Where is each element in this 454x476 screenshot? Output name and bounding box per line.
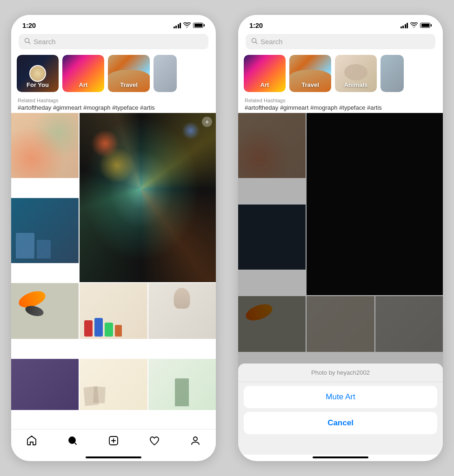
profile-nav-icon[interactable] xyxy=(189,434,202,447)
tab-for-you-label: For You xyxy=(17,81,59,88)
status-bar-left: 1:20 xyxy=(11,15,216,31)
phone-right-wrapper: 1:20 xyxy=(227,0,454,476)
category-tabs-left: For You Art Travel xyxy=(11,53,216,96)
search-bar-right[interactable]: Search xyxy=(246,34,435,49)
search-placeholder-right: Search xyxy=(260,38,283,46)
status-icons-left xyxy=(174,22,205,29)
grid-item-8[interactable] xyxy=(148,359,216,410)
battery-icon-right xyxy=(420,23,432,28)
modal-spacer xyxy=(238,447,443,455)
category-tabs-right: Art Travel Animals xyxy=(238,53,443,96)
tab-partial-left[interactable] xyxy=(154,55,177,92)
home-nav-icon[interactable] xyxy=(25,434,38,447)
tab-partial-right[interactable] xyxy=(381,55,404,92)
heart-nav-icon[interactable] xyxy=(148,434,161,447)
tab-animals-right[interactable]: Animals xyxy=(335,55,377,92)
tab-animals-label-right: Animals xyxy=(335,81,377,88)
search-bar-container-left: Search xyxy=(11,31,216,53)
hashtags-left: Related Hashtags #artoftheday #gimmeart … xyxy=(11,96,216,113)
wifi-icon-left xyxy=(183,22,191,29)
cancel-button[interactable]: Cancel xyxy=(244,412,437,434)
grid-item-6[interactable] xyxy=(11,359,79,410)
phone-left: 1:20 xyxy=(11,15,216,461)
home-indicator-left xyxy=(86,456,141,458)
photo-grid-right: Photo by heyach2002 Mute Art Cancel xyxy=(238,113,443,455)
status-bar-right: 1:20 xyxy=(238,15,443,31)
tab-travel-label-left: Travel xyxy=(108,81,150,88)
hashtags-label-left: Related Hashtags xyxy=(18,98,209,103)
wifi-icon-right xyxy=(410,22,418,29)
modal-sheet: Photo by heyach2002 Mute Art Cancel xyxy=(238,364,443,447)
tab-travel-left[interactable]: Travel xyxy=(108,55,150,92)
search-placeholder-left: Search xyxy=(33,38,56,46)
grid-item-4[interactable] xyxy=(80,283,147,339)
hashtags-right: Related Hashtags #artoftheday #gimmeart … xyxy=(238,96,443,113)
tab-art-left[interactable]: Art xyxy=(62,55,104,92)
tab-travel-label-right: Travel xyxy=(289,81,331,88)
phone-right: 1:20 xyxy=(238,15,443,461)
signal-icon-left xyxy=(174,23,181,28)
search-icon-left xyxy=(24,38,31,46)
svg-point-1 xyxy=(69,437,75,443)
svg-point-3 xyxy=(194,437,197,441)
search-bar-container-right: Search xyxy=(238,31,443,53)
grid-item-5[interactable] xyxy=(148,283,216,339)
grid-item-1[interactable] xyxy=(11,113,79,178)
status-icons-right xyxy=(401,22,432,29)
tab-art-label-right: Art xyxy=(244,81,286,88)
create-nav-icon[interactable] xyxy=(107,434,120,447)
mute-art-button[interactable]: Mute Art xyxy=(244,386,437,408)
tab-for-you[interactable]: For You xyxy=(17,55,59,92)
search-nav-icon[interactable] xyxy=(66,434,79,447)
search-icon-right xyxy=(251,38,258,46)
time-left: 1:20 xyxy=(22,21,36,29)
phone-left-wrapper: 1:20 xyxy=(0,0,227,476)
hashtags-text-right: #artoftheday #gimmeart #mograph #typefac… xyxy=(245,104,436,111)
search-bar-left[interactable]: Search xyxy=(19,34,208,49)
tab-travel-right[interactable]: Travel xyxy=(289,55,331,92)
grid-item-big[interactable]: + xyxy=(80,113,216,282)
bottom-nav-left xyxy=(11,429,216,456)
grid-left: + xyxy=(11,113,216,429)
home-indicator-right xyxy=(313,456,368,458)
time-right: 1:20 xyxy=(249,21,263,29)
for-you-avatar xyxy=(29,65,46,82)
battery-icon-left xyxy=(193,23,205,28)
hashtags-label-right: Related Hashtags xyxy=(245,98,436,103)
grid-item-2[interactable] xyxy=(11,198,79,263)
modal-overlay[interactable]: Photo by heyach2002 Mute Art Cancel xyxy=(238,113,443,455)
tab-art-label-left: Art xyxy=(62,81,104,88)
grid-item-7[interactable] xyxy=(80,359,147,410)
photo-grid-left: + xyxy=(11,113,216,429)
grid-item-3[interactable] xyxy=(11,283,79,339)
hashtags-text-left: #artoftheday #gimmeart #mograph #typefac… xyxy=(18,104,209,111)
signal-icon-right xyxy=(401,23,408,28)
tab-art-right[interactable]: Art xyxy=(244,55,286,92)
modal-attribution: Photo by heyach2002 xyxy=(238,364,443,382)
